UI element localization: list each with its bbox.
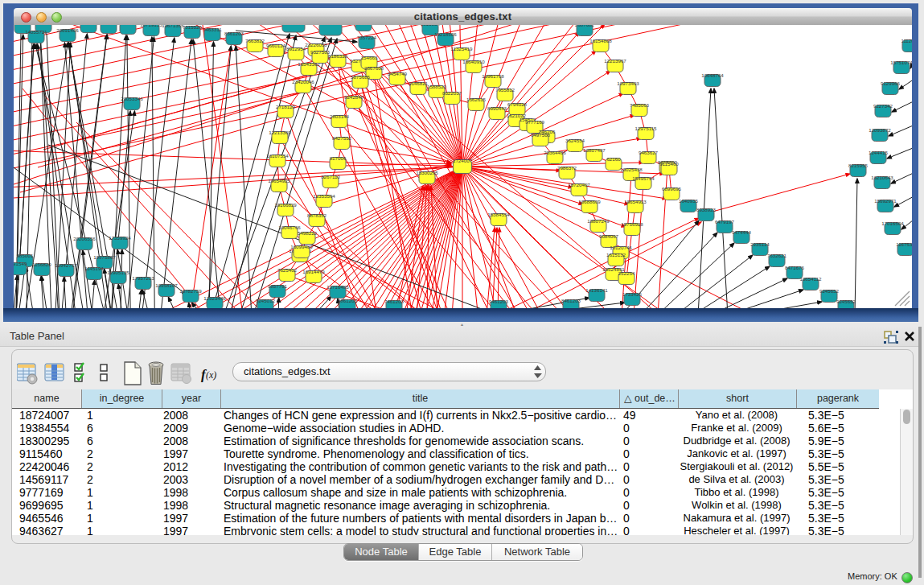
svg-text:1156829: 1156829 — [32, 262, 51, 267]
svg-text:7485063: 7485063 — [630, 102, 650, 108]
svg-text:9327503: 9327503 — [310, 49, 331, 55]
svg-text:6497508: 6497508 — [531, 132, 551, 138]
svg-text:7515526: 7515526 — [183, 25, 203, 30]
svg-text:8912954: 8912954 — [286, 46, 306, 51]
svg-text:9242848: 9242848 — [344, 94, 364, 100]
svg-text:11325419: 11325419 — [450, 46, 473, 51]
svg-text:9084067: 9084067 — [599, 233, 619, 239]
svg-text:15495754: 15495754 — [632, 175, 655, 181]
svg-text:9660124: 9660124 — [266, 43, 286, 48]
svg-text:1640935: 1640935 — [679, 198, 699, 204]
svg-text:19975867: 19975867 — [93, 254, 116, 260]
svg-text:16210643: 16210643 — [871, 175, 893, 180]
svg-text:8938923: 8938923 — [696, 207, 717, 212]
svg-text:10025438: 10025438 — [620, 167, 643, 172]
svg-text:1112049: 1112049 — [901, 38, 912, 43]
svg-text:8990443: 8990443 — [487, 105, 507, 111]
svg-text:6479197: 6479197 — [715, 219, 735, 225]
svg-text:62160: 62160 — [606, 156, 621, 162]
svg-text:14055721: 14055721 — [25, 29, 47, 35]
svg-text:15692971: 15692971 — [874, 198, 897, 204]
svg-text:6466160: 6466160 — [118, 25, 138, 26]
svg-text:9245012: 9245012 — [256, 298, 276, 303]
svg-text:1615132: 1615132 — [606, 252, 626, 257]
svg-text:8861203: 8861203 — [338, 298, 358, 303]
svg-text:15720407: 15720407 — [568, 182, 590, 187]
svg-text:10958107: 10958107 — [155, 282, 178, 288]
svg-text:20364436: 20364436 — [544, 150, 566, 155]
svg-text:10654112: 10654112 — [799, 276, 822, 282]
svg-text:154663: 154663 — [361, 55, 378, 60]
svg-text:23420046: 23420046 — [292, 79, 314, 84]
svg-text:7663822: 7663822 — [245, 38, 265, 43]
svg-text:3624554: 3624554 — [565, 138, 585, 143]
svg-text:2935114: 2935114 — [750, 241, 770, 247]
svg-text:10688609: 10688609 — [578, 199, 601, 204]
svg-text:2867608: 2867608 — [364, 65, 384, 71]
svg-text:19166829: 19166829 — [274, 202, 297, 208]
svg-text:12213369: 12213369 — [269, 130, 291, 135]
svg-text:8561203: 8561203 — [224, 31, 244, 36]
svg-text:8454749: 8454749 — [388, 71, 408, 76]
svg-text:7955812: 7955812 — [495, 87, 515, 93]
svg-text:9227342: 9227342 — [873, 103, 893, 109]
svg-text:14136141: 14136141 — [585, 287, 608, 293]
svg-text:16099489: 16099489 — [290, 244, 313, 249]
svg-text:985001: 985001 — [17, 253, 34, 258]
svg-text:8186328: 8186328 — [328, 53, 348, 59]
svg-text:1167531: 1167531 — [896, 241, 912, 247]
svg-text:7986372: 7986372 — [557, 165, 577, 171]
svg-text:9463627: 9463627 — [639, 150, 659, 155]
svg-text:8813054: 8813054 — [421, 25, 441, 27]
svg-text:9115460: 9115460 — [659, 161, 679, 167]
svg-text:20691406: 20691406 — [56, 27, 79, 33]
svg-text:15384554: 15384554 — [487, 212, 510, 217]
svg-text:1145194: 1145194 — [84, 266, 104, 271]
svg-text:12975115: 12975115 — [634, 126, 657, 131]
svg-text:17359924: 17359924 — [109, 235, 131, 241]
svg-text:10648764: 10648764 — [701, 72, 724, 78]
svg-text:7625402: 7625402 — [277, 267, 298, 273]
svg-text:15751074: 15751074 — [890, 60, 912, 65]
svg-text:7357224: 7357224 — [357, 35, 377, 40]
svg-text:9245652: 9245652 — [819, 288, 840, 294]
svg-text:5875685: 5875685 — [351, 74, 371, 80]
svg-text:9461203: 9461203 — [489, 299, 509, 304]
svg-text:8878352: 8878352 — [307, 212, 327, 218]
svg-text:252254: 252254 — [618, 270, 635, 276]
svg-text:9857791: 9857791 — [268, 283, 288, 289]
svg-text:12905135: 12905135 — [107, 270, 129, 275]
svg-text:391549: 391549 — [14, 261, 27, 266]
svg-text:16107554: 16107554 — [266, 153, 289, 159]
svg-text:7632621: 7632621 — [767, 253, 787, 258]
svg-text:16033809: 16033809 — [319, 25, 342, 26]
svg-text:2687682: 2687682 — [575, 25, 595, 27]
svg-text:13716485: 13716485 — [326, 284, 349, 290]
svg-text:10973493: 10973493 — [617, 80, 639, 86]
svg-text:16640910: 16640910 — [462, 59, 485, 64]
svg-text:2718129: 2718129 — [276, 104, 296, 109]
svg-text:19654925: 19654925 — [268, 178, 290, 183]
svg-text:(x): (x) — [206, 369, 216, 381]
svg-text:1724007: 1724007 — [453, 158, 473, 163]
svg-text:6794028: 6794028 — [507, 101, 528, 107]
svg-text:12942757: 12942757 — [55, 262, 77, 268]
svg-text:9474444: 9474444 — [732, 229, 752, 235]
svg-text:17016504: 17016504 — [881, 220, 904, 226]
svg-text:17957253: 17957253 — [132, 275, 154, 281]
svg-text:6899695: 6899695 — [662, 186, 682, 192]
svg-text:8322037: 8322037 — [442, 90, 462, 96]
svg-text:20206556: 20206556 — [73, 236, 96, 241]
svg-text:12353594: 12353594 — [313, 193, 335, 199]
svg-text:12093872: 12093872 — [869, 127, 891, 133]
svg-text:2803144: 2803144 — [330, 113, 350, 119]
svg-text:9129966: 9129966 — [881, 80, 901, 86]
svg-text:16782759: 16782759 — [179, 288, 202, 294]
svg-text:8461203: 8461203 — [561, 298, 581, 303]
svg-text:7461203: 7461203 — [384, 299, 405, 304]
svg-text:9777169: 9777169 — [525, 119, 545, 125]
svg-text:19756928: 19756928 — [621, 221, 643, 227]
svg-text:8471676: 8471676 — [785, 265, 805, 270]
svg-text:15300295: 15300295 — [416, 170, 438, 175]
svg-text:23226058: 23226058 — [305, 42, 327, 47]
